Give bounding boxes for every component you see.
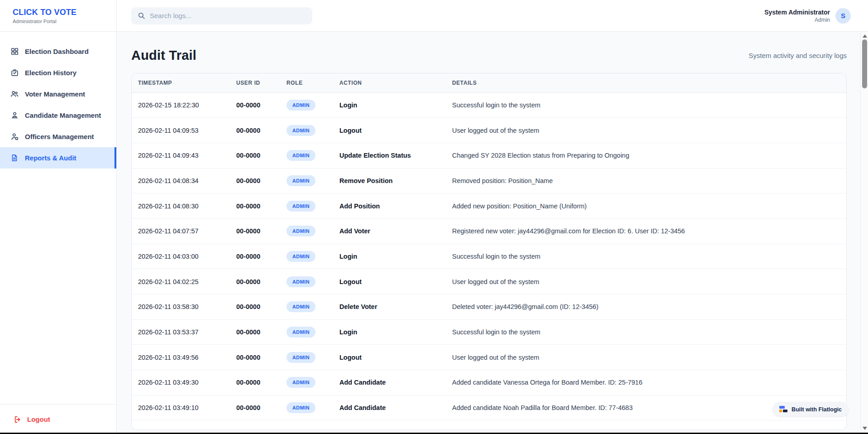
search-input[interactable] xyxy=(150,12,306,19)
column-header-user-id: USER ID xyxy=(230,73,280,92)
scrollbar-thumb[interactable] xyxy=(862,39,867,88)
details-cell: Added candidate Vanessa Ortega for Board… xyxy=(446,370,846,395)
column-header-details: DETAILS xyxy=(446,73,846,92)
timestamp-cell: 2026-02-11 03:49:10 xyxy=(132,395,230,420)
table-row: 2026-02-11 03:49:3000-0000ADMINAdd Candi… xyxy=(132,370,846,395)
audit-log-table-card: TIMESTAMPUSER IDROLEACTIONDETAILS 2026-0… xyxy=(131,73,847,430)
details-cell: Successful login to the system xyxy=(446,244,846,269)
role-badge: ADMIN xyxy=(286,301,315,312)
timestamp-cell: 2026-02-11 04:09:53 xyxy=(132,118,230,143)
logout-label: Logout xyxy=(27,415,50,423)
timestamp-cell: 2026-02-11 03:49:30 xyxy=(132,370,230,395)
built-with-flatlogic-badge[interactable]: Built with Flatlogic xyxy=(773,402,849,417)
action-cell: Login xyxy=(333,319,446,345)
timestamp-cell: 2026-02-11 04:08:34 xyxy=(132,168,230,193)
action-cell: Logout xyxy=(333,118,446,143)
action-cell: Add Voter xyxy=(333,218,446,244)
action-cell: Add Candidate xyxy=(333,395,446,420)
user-menu[interactable]: System Administrator Admin S xyxy=(764,0,851,31)
role-badge: ADMIN xyxy=(286,327,315,338)
action-cell: Add Position xyxy=(333,193,446,219)
role-badge: ADMIN xyxy=(286,125,315,136)
user-id-cell: 00-0000 xyxy=(230,193,280,219)
timestamp-cell: 2026-02-11 04:03:00 xyxy=(132,244,230,269)
page-subtitle: System activity and security logs xyxy=(749,52,847,59)
role-badge: ADMIN xyxy=(286,100,315,111)
sidebar-nav: Election DashboardElection HistoryVoter … xyxy=(0,32,116,169)
avatar[interactable]: S xyxy=(835,8,851,24)
table-row: 2026-02-11 04:02:2500-0000ADMINLogoutUse… xyxy=(132,269,846,294)
details-cell: Added new position: Position_Name (Unifo… xyxy=(446,193,846,219)
role-badge: ADMIN xyxy=(286,226,315,236)
voters-group-icon xyxy=(10,90,19,99)
role-badge: ADMIN xyxy=(286,402,315,413)
sidebar-item-election-dashboard[interactable]: Election Dashboard xyxy=(0,41,116,62)
table-row: 2026-02-11 04:07:5700-0000ADMINAdd Voter… xyxy=(132,218,846,244)
sidebar-item-candidate-management[interactable]: Candidate Management xyxy=(0,105,116,126)
sidebar-item-voter-management[interactable]: Voter Management xyxy=(0,83,116,105)
table-row: 2026-02-11 03:49:1000-0000ADMINAdd Candi… xyxy=(132,395,846,420)
sidebar-item-officers-management[interactable]: Officers Management xyxy=(0,126,116,147)
table-row: 2026-02-11 04:08:3000-0000ADMINAdd Posit… xyxy=(132,193,846,219)
user-id-cell: 00-0000 xyxy=(230,319,280,345)
search-icon xyxy=(138,12,145,19)
logout-icon xyxy=(14,415,22,424)
action-cell: Delete Voter xyxy=(333,294,446,320)
action-cell: Remove Position xyxy=(333,168,446,193)
sidebar-item-label: Reports & Audit xyxy=(25,154,76,162)
officer-person-icon xyxy=(10,132,19,141)
table-row: 2026-02-11 04:09:4300-0000ADMINUpdate El… xyxy=(132,143,846,168)
role-badge: ADMIN xyxy=(286,377,315,388)
candidate-person-icon xyxy=(10,111,19,120)
action-cell: Login xyxy=(333,92,446,118)
details-cell: Registered new voter: jay44296@gmail.com… xyxy=(446,218,846,244)
page-title: Audit Trail xyxy=(131,48,196,63)
timestamp-cell: 2026-02-11 03:49:56 xyxy=(132,345,230,370)
action-cell: Logout xyxy=(333,269,446,294)
user-id-cell: 00-0000 xyxy=(230,345,280,370)
scrollbar-down-arrow-icon[interactable] xyxy=(863,427,867,430)
table-row: 2026-02-11 04:08:3400-0000ADMINRemove Po… xyxy=(132,168,846,193)
search-box[interactable] xyxy=(131,7,312,24)
action-cell: Logout xyxy=(333,345,446,370)
details-cell: Successful login to the system xyxy=(446,92,846,118)
dashboard-grid-icon xyxy=(10,47,19,56)
action-cell: Login xyxy=(333,244,446,269)
role-badge: ADMIN xyxy=(286,276,315,287)
user-name: System Administrator xyxy=(764,9,830,16)
role-badge: ADMIN xyxy=(286,150,315,161)
table-row: 2026-02-11 04:09:5300-0000ADMINLogoutUse… xyxy=(132,118,846,143)
user-id-cell: 00-0000 xyxy=(230,294,280,320)
details-cell: Successful login to the system xyxy=(446,319,846,345)
user-id-cell: 00-0000 xyxy=(230,92,280,118)
timestamp-cell: 2026-02-11 04:02:25 xyxy=(132,269,230,294)
timestamp-cell: 2026-02-11 04:09:43 xyxy=(132,143,230,168)
sidebar-item-election-history[interactable]: Election History xyxy=(0,62,116,83)
table-row: 2026-02-11 03:58:3000-0000ADMINDelete Vo… xyxy=(132,294,846,320)
details-cell: Deleted voter: jay44296@gmail.com (ID: 1… xyxy=(446,294,846,320)
scrollbar-up-arrow-icon[interactable] xyxy=(863,34,867,38)
table-row: 2026-02-15 18:22:3000-0000ADMINLoginSucc… xyxy=(132,92,846,118)
table-row-partial xyxy=(132,420,846,429)
timestamp-cell: 2026-02-11 04:08:30 xyxy=(132,193,230,219)
sidebar-item-label: Voter Management xyxy=(25,90,85,98)
user-id-cell: 00-0000 xyxy=(230,218,280,244)
role-badge: ADMIN xyxy=(286,251,315,262)
logout-button[interactable]: Logout xyxy=(0,404,116,434)
action-cell: Add Candidate xyxy=(333,370,446,395)
sidebar: Election DashboardElection HistoryVoter … xyxy=(0,32,117,434)
sidebar-item-label: Candidate Management xyxy=(25,111,101,119)
main-content: Audit Trail System activity and security… xyxy=(117,32,868,434)
sidebar-item-reports-audit[interactable]: Reports & Audit xyxy=(0,147,116,169)
vertical-scrollbar[interactable] xyxy=(860,32,868,433)
column-header-timestamp: TIMESTAMP xyxy=(132,73,230,92)
user-id-cell: 00-0000 xyxy=(230,244,280,269)
top-bar: CLICK TO VOTE Administrator Portal Syste… xyxy=(0,0,868,32)
details-cell: Removed position: Position_Name xyxy=(446,168,846,193)
timestamp-cell: 2026-02-11 04:07:57 xyxy=(132,218,230,244)
audit-log-table: TIMESTAMPUSER IDROLEACTIONDETAILS 2026-0… xyxy=(132,73,846,429)
app-title: CLICK TO VOTE xyxy=(13,8,116,17)
timestamp-cell: 2026-02-15 18:22:30 xyxy=(132,92,230,118)
table-row: 2026-02-11 03:53:3700-0000ADMINLoginSucc… xyxy=(132,319,846,345)
user-role: Admin xyxy=(764,17,830,23)
